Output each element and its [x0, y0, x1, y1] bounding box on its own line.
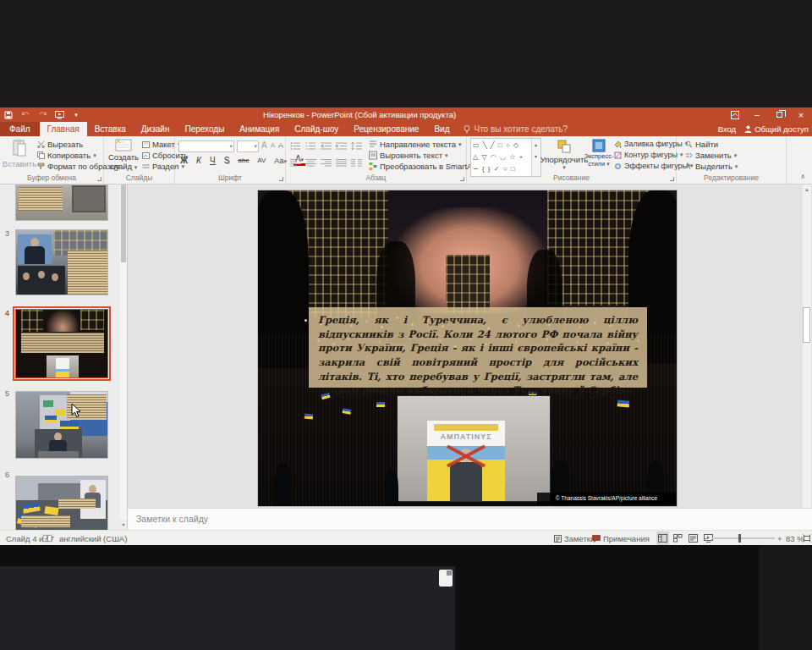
clear-format-button[interactable]: А: [278, 141, 283, 150]
editing-group-label: Редактирование: [677, 174, 786, 182]
thumbnail-slide-5[interactable]: [15, 391, 108, 459]
reading-view-button[interactable]: [687, 532, 700, 545]
tab-review[interactable]: Рецензирование: [346, 122, 426, 136]
group-slides: Создать слайд ▾ Макет▾ Сбросить Раздел▾ …: [104, 136, 175, 184]
notes-pane[interactable]: Заметки к слайду: [128, 508, 812, 530]
text-direction-icon: [369, 140, 377, 149]
cut-button[interactable]: Вырезать: [37, 140, 83, 149]
tab-view[interactable]: Вид: [426, 122, 457, 136]
layout-icon: [142, 141, 150, 148]
thumbnail-slide-4[interactable]: [15, 309, 108, 378]
canvas-scroll-up-icon[interactable]: ▴: [803, 185, 811, 195]
slide3-speaker-photo: [18, 234, 52, 264]
tab-file[interactable]: Файл: [0, 122, 40, 136]
notes-toggle[interactable]: Заметки: [554, 531, 595, 546]
clipboard-dialog-launcher[interactable]: [97, 177, 102, 181]
tab-transitions[interactable]: Переходы: [177, 122, 232, 136]
select-button[interactable]: Выделить▾: [685, 162, 738, 171]
text-direction-button[interactable]: Направление текста▾: [369, 140, 462, 149]
language-indicator[interactable]: английский (США): [59, 531, 127, 546]
align-text-button[interactable]: Выровнять текст▾: [369, 151, 448, 160]
grow-font-button[interactable]: А: [261, 140, 267, 150]
align-center-icon: [305, 158, 316, 168]
taskbar-app-icon[interactable]: [439, 570, 453, 587]
copy-button[interactable]: Копировать▾: [37, 151, 96, 160]
notes-icon: [554, 535, 562, 543]
strikethrough-button[interactable]: abc: [236, 157, 250, 164]
char-spacing-button[interactable]: AV: [255, 157, 267, 164]
share-button[interactable]: Общий доступ: [744, 124, 809, 134]
slide-sorter-view-button[interactable]: [672, 532, 684, 545]
replace-button[interactable]: Заменить▾: [685, 151, 737, 160]
text-shadow-button[interactable]: S: [222, 156, 232, 165]
bold-button[interactable]: Ж: [178, 156, 189, 165]
minimize-button[interactable]: –: [746, 107, 768, 122]
scissors-icon: [37, 140, 45, 148]
shapes-gallery[interactable]: ▭ ╲ ╱ □ ○ ◇ △ ▽ ◠ ◡ ☆ ⋆ ∼ { } ✓ ○ □ ▴ ▾: [470, 138, 541, 177]
slide-photo-building-center: [446, 255, 490, 314]
font-size-combo[interactable]: ▾: [237, 140, 259, 152]
ribbon-display-options-icon[interactable]: [724, 107, 746, 122]
slide-text-box[interactable]: Греція, як і Туреччина, є улюбленою цілл…: [309, 307, 647, 388]
spellcheck-icon[interactable]: [42, 531, 52, 546]
smartart-button[interactable]: Преобразовать в SmartArt▾: [369, 162, 483, 171]
tab-home[interactable]: Главная: [40, 122, 87, 136]
reset-icon: [142, 152, 150, 159]
shapes-gallery-scrollbar[interactable]: ▴ ▾: [531, 139, 540, 176]
shape-outline-button[interactable]: Контур фигуры▾: [614, 151, 683, 159]
close-button[interactable]: ×: [790, 107, 812, 122]
current-slide[interactable]: ΑΜΠΑΤΙΝΥΣ Греція, як і Туреччина: [258, 190, 677, 506]
numbering-icon: [305, 141, 316, 151]
tab-animations[interactable]: Анимация: [232, 122, 287, 136]
canvas-scrollbar[interactable]: ▴: [803, 185, 811, 508]
tab-design[interactable]: Дизайн: [134, 122, 178, 136]
canvas-scrollbar-thumb[interactable]: [803, 307, 810, 343]
collapse-ribbon-button[interactable]: ∧: [800, 173, 805, 180]
ukraine-flag: [617, 399, 630, 407]
paragraph-dialog-launcher[interactable]: [460, 177, 464, 181]
list-indent-buttons[interactable]: [290, 141, 362, 151]
main-body: 3 4: [0, 185, 812, 530]
quick-styles-button[interactable]: Экспресс- стили ▾: [585, 139, 612, 168]
tell-me-box[interactable]: Что вы хотите сделать?: [457, 122, 574, 136]
font-name-combo[interactable]: ▾: [178, 140, 234, 152]
underline-button[interactable]: Ч: [208, 156, 217, 165]
zoom-in-button[interactable]: +: [777, 531, 782, 546]
alignment-buttons[interactable]: [290, 158, 362, 168]
slide6-textbox-2: [21, 515, 70, 527]
thumbnail-slide-3[interactable]: [15, 229, 108, 295]
shrink-font-button[interactable]: А: [271, 141, 275, 149]
slide-canvas[interactable]: ΑΜΠΑΤΙΝΥΣ Греція, як і Туреччина: [128, 185, 812, 508]
thumbnail-scroll-down-icon[interactable]: ▾: [120, 520, 127, 530]
zoom-slider-track[interactable]: [711, 537, 775, 539]
restore-button[interactable]: [768, 107, 790, 122]
paragraph-group-label: Абзац: [286, 174, 466, 182]
normal-view-button[interactable]: [656, 532, 669, 545]
section-icon: [142, 163, 150, 170]
thumbnail-scrollbar-thumb[interactable]: [121, 185, 126, 262]
arrange-button[interactable]: Упорядочить ▾: [545, 139, 584, 171]
zoom-level[interactable]: 83 %: [786, 531, 804, 546]
fit-to-window-icon[interactable]: [803, 531, 811, 546]
shape-fill-icon: [614, 140, 622, 148]
new-slide-button[interactable]: Создать слайд ▾: [107, 139, 140, 171]
tab-slideshow[interactable]: Слайд-шоу: [287, 122, 346, 136]
drawing-dialog-launcher[interactable]: [670, 177, 674, 181]
align-text-icon: [369, 151, 377, 160]
notes-placeholder: Заметки к слайду: [136, 514, 208, 524]
font-dialog-launcher[interactable]: [279, 177, 283, 181]
zoom-out-button[interactable]: −: [704, 531, 709, 546]
thumbnail-slide-6[interactable]: [15, 476, 108, 530]
find-button[interactable]: Найти: [685, 140, 718, 149]
tab-insert[interactable]: Вставка: [87, 122, 134, 136]
thumbnail-scrollbar[interactable]: ▾: [120, 185, 127, 530]
paste-button[interactable]: Вставить: [5, 139, 34, 168]
thumbnail-slide-2[interactable]: [15, 185, 108, 221]
silhouette: [275, 463, 292, 506]
comments-toggle[interactable]: Примечания: [592, 531, 650, 546]
sign-in-link[interactable]: Вход: [718, 124, 737, 134]
photo-credit: © Thanassis Stavrakis/AP/picture allianc…: [537, 493, 676, 504]
zoom-slider-handle[interactable]: [738, 534, 741, 543]
select-cursor-icon: [685, 162, 693, 170]
italic-button[interactable]: К: [195, 156, 203, 165]
